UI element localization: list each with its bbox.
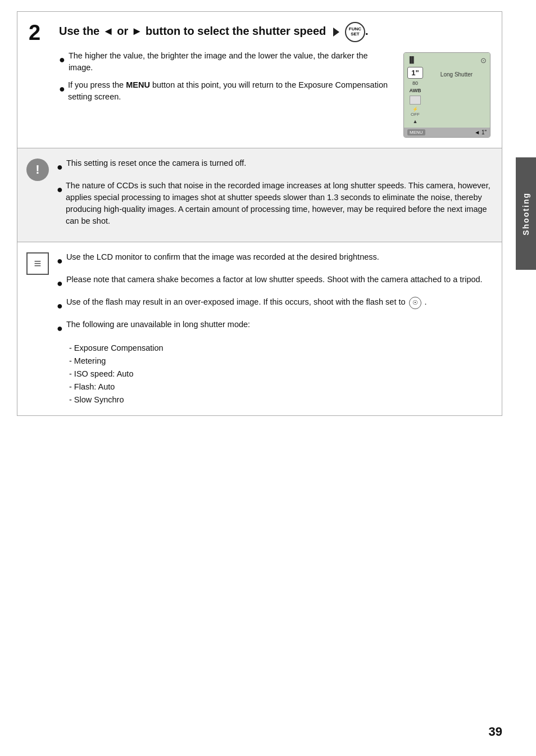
step-title-use-the: Use the [59,25,99,37]
step-content: Use the ◄ or ► button to select the shut… [59,22,490,138]
warning-dot-2: ● [57,182,62,197]
cam-value-bottom: ◄ 1" [474,129,487,135]
warning-text-1: This setting is reset once the camera is… [66,157,247,169]
step-bullet-2-text: If you press the MENU button at this poi… [68,79,394,103]
cam-battery-icon: ▐▌ [407,56,416,63]
bullet-dot-1: ● [59,52,65,67]
page-number: 39 [489,725,502,739]
step-title: Use the ◄ or ► button to select the shut… [59,22,490,42]
sub-list-item-3: - ISO speed: Auto [69,368,483,381]
step-title-arrow-right: ► [131,25,146,37]
note-content: ● Use the LCD monitor to confirm that th… [57,251,483,406]
step-title-or: or [117,25,128,37]
note-dot-4: ● [57,321,63,336]
cam-label: Long Shutter [426,71,487,78]
sub-list-item-2: - Metering [69,355,483,368]
note-icon-symbol: ≡ [34,256,42,271]
note-bullet-3: ● Use of the flash may result in an over… [57,296,483,313]
camera-screen: ▐▌ ⊙ 1" 80 [403,52,490,138]
cam-left-icons: 1" 80 AWB ⚡OFF [407,67,423,124]
cam-icon-bottom: ▲ [407,119,423,124]
step-bullet-1-text: The higher the value, the brighter the i… [69,50,394,74]
cam-center: 1" 80 AWB ⚡OFF [407,67,487,124]
note-text-3: Use of the flash may result in an over-e… [66,296,427,309]
cam-awb: AWB [407,88,423,93]
note-icon: ≡ [26,252,49,275]
flash-suppress-icon: ☉ [409,297,421,309]
sidebar-tab: Shooting [516,157,536,270]
sub-list-item-1: - Exposure Compensation [69,342,483,355]
step-body: ● The higher the value, the brighter the… [59,50,490,138]
step-section: 2 Use the ◄ or ► button to select the sh… [17,11,502,148]
sub-list-item-5: - Slow Synchro [69,393,483,406]
note-section: ≡ ● Use the LCD monitor to confirm that … [17,242,502,416]
note-text-1: Use the LCD monitor to confirm that the … [66,251,379,263]
cam-top-row: ▐▌ ⊙ [407,56,487,65]
func-set-button: FUNCSET [345,22,365,42]
sidebar-tab-label: Shooting [521,192,530,236]
cam-bottom-bar: MENU ◄ 1" [404,128,490,137]
note-bullet-1: ● Use the LCD monitor to confirm that th… [57,251,483,268]
main-content: 2 Use the ◄ or ► button to select the sh… [0,0,536,467]
warning-bullet-1: ● This setting is reset once the camera … [57,157,490,174]
warning-icon-symbol: ! [35,164,39,176]
menu-bold: MENU [126,80,150,89]
bullet-dot-2: ● [59,82,65,96]
cam-menu-btn: MENU [407,129,425,135]
warning-content: ● This setting is reset once the camera … [57,157,490,233]
warning-bullet-2: ● The nature of CCDs is such that noise … [57,180,490,227]
warning-text-2: The nature of CCDs is such that noise in… [66,180,490,227]
camera-screen-inner: ▐▌ ⊙ 1" 80 [404,53,490,128]
step-number: 2 [29,22,49,43]
cam-wifi-icon: ⊙ [480,56,487,65]
warning-dot-1: ● [57,160,63,174]
note-bullet-4: ● The following are unavailable in long … [57,319,483,336]
step-bullets: ● The higher the value, the brighter the… [59,50,394,108]
cam-iso: 80 [407,80,423,86]
cam-flash-off: ⚡OFF [407,107,423,117]
cam-value-box: 1" [407,67,423,79]
step-title-rest: button to select the shutter speed [146,25,326,37]
note-sub-list: - Exposure Compensation - Metering - ISO… [69,342,483,407]
note-dot-1: ● [57,253,63,268]
note-dot-3: ● [57,298,63,313]
cam-main-area: Long Shutter [426,67,487,124]
step-bullet-1: ● The higher the value, the brighter the… [59,50,394,74]
page-container: Shooting 2 Use the ◄ or ► button to sele… [0,0,536,756]
note-dot-2: ● [57,276,63,291]
step-speed-arrow [329,25,344,37]
note-text-2: Please note that camera shake becomes a … [66,274,483,286]
note-bullet-2: ● Please note that camera shake becomes … [57,274,483,291]
warning-section: ! ● This setting is reset once the camer… [17,148,502,242]
sub-list-item-4: - Flash: Auto [69,381,483,393]
step-bullet-2: ● If you press the MENU button at this p… [59,79,394,103]
step-title-arrow-left: ◄ [103,25,117,37]
cam-square [410,96,421,105]
warning-icon: ! [26,159,49,181]
note-text-4: The following are unavailable in long sh… [66,319,250,331]
